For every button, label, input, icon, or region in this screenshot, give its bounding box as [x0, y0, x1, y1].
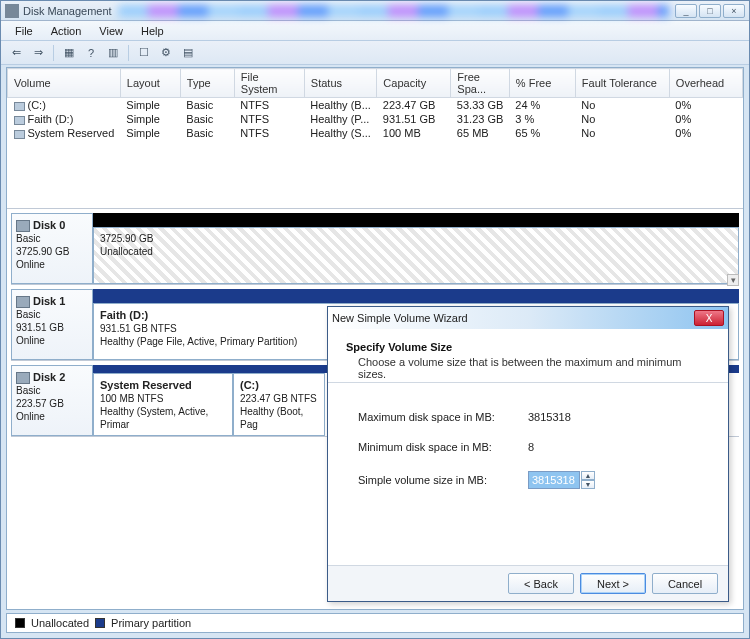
disk-size: 3725.90 GB: [16, 246, 69, 257]
cell: 65 %: [509, 126, 575, 140]
volume-size-spinner[interactable]: ▲ ▼: [528, 471, 595, 489]
col-free[interactable]: Free Spa...: [451, 69, 509, 98]
cell: 31.23 GB: [451, 112, 509, 126]
col-status[interactable]: Status: [304, 69, 377, 98]
spinner-down-icon[interactable]: ▼: [581, 480, 595, 489]
col-overhead[interactable]: Overhead: [669, 69, 742, 98]
wizard-sub: Choose a volume size that is between the…: [358, 356, 710, 380]
col-layout[interactable]: Layout: [120, 69, 180, 98]
part-name: System Reserved: [100, 379, 192, 391]
refresh-icon[interactable]: ▦: [60, 44, 78, 62]
partition-c[interactable]: (C:) 223.47 GB NTFS Healthy (Boot, Pag: [233, 373, 325, 436]
part-name: (C:): [240, 379, 259, 391]
titlebar: Disk Management _ □ ×: [1, 1, 749, 21]
wizard-header: Specify Volume Size Choose a volume size…: [328, 329, 728, 383]
cell: Healthy (P...: [304, 112, 377, 126]
stripe-unallocated: [93, 213, 739, 227]
cell: Simple: [120, 112, 180, 126]
action-icon[interactable]: ▤: [179, 44, 197, 62]
part-status: Healthy (System, Active, Primar: [100, 406, 208, 430]
close-button[interactable]: ×: [723, 4, 745, 18]
cell: 65 MB: [451, 126, 509, 140]
wizard-form: Maximum disk space in MB: 3815318 Minimu…: [328, 383, 728, 535]
cell: Simple: [120, 126, 180, 140]
col-fault[interactable]: Fault Tolerance: [575, 69, 669, 98]
menu-file[interactable]: File: [7, 23, 41, 39]
cell: Simple: [120, 98, 180, 113]
cell: System Reserved: [28, 127, 115, 139]
minimize-button[interactable]: _: [675, 4, 697, 18]
disk-icon: [16, 220, 30, 232]
wizard-footer: < Back Next > Cancel: [328, 565, 728, 601]
menu-help[interactable]: Help: [133, 23, 172, 39]
disk-header: Disk 1 Basic 931.51 GB Online: [11, 289, 93, 360]
maximize-button[interactable]: □: [699, 4, 721, 18]
partition-system-reserved[interactable]: System Reserved 100 MB NTFS Healthy (Sys…: [93, 373, 233, 436]
app-icon: [5, 4, 19, 18]
disk-state: Online: [16, 335, 45, 346]
col-fs[interactable]: File System: [234, 69, 304, 98]
volume-size-input[interactable]: [528, 471, 580, 489]
cell: No: [575, 112, 669, 126]
part-size: 931.51 GB NTFS: [100, 323, 177, 334]
cell: Faith (D:): [28, 113, 74, 125]
properties-icon[interactable]: ☐: [135, 44, 153, 62]
cell: 3 %: [509, 112, 575, 126]
aero-blur: [118, 5, 669, 17]
cell: NTFS: [234, 112, 304, 126]
disk-header: Disk 0 Basic 3725.90 GB Online: [11, 213, 93, 284]
table-row[interactable]: Faith (D:) Simple Basic NTFS Healthy (P.…: [8, 112, 743, 126]
volume-icon: [14, 102, 25, 111]
col-pctfree[interactable]: % Free: [509, 69, 575, 98]
spinner-up-icon[interactable]: ▲: [581, 471, 595, 480]
wizard-title: New Simple Volume Wizard: [332, 312, 694, 324]
part-status: Healthy (Page File, Active, Primary Part…: [100, 336, 297, 347]
cell: 53.33 GB: [451, 98, 509, 113]
wizard-heading: Specify Volume Size: [346, 341, 710, 353]
cell: No: [575, 98, 669, 113]
col-type[interactable]: Type: [180, 69, 234, 98]
cancel-button[interactable]: Cancel: [652, 573, 718, 594]
settings-icon[interactable]: ⚙: [157, 44, 175, 62]
window-title: Disk Management: [23, 5, 112, 17]
cell: NTFS: [234, 126, 304, 140]
wizard-close-button[interactable]: X: [694, 310, 724, 326]
list-icon[interactable]: ▥: [104, 44, 122, 62]
cell: 223.47 GB: [377, 98, 451, 113]
table-row[interactable]: (C:) Simple Basic NTFS Healthy (B... 223…: [8, 98, 743, 113]
wizard-titlebar[interactable]: New Simple Volume Wizard X: [328, 307, 728, 329]
disk-icon: [16, 296, 30, 308]
disk-row-0[interactable]: Disk 0 Basic 3725.90 GB Online 3725.90 G…: [11, 213, 739, 285]
cell: 0%: [669, 112, 742, 126]
legend-primary: Primary partition: [111, 617, 191, 629]
menu-action[interactable]: Action: [43, 23, 90, 39]
part-size: 223.47 GB NTFS: [240, 393, 317, 404]
separator: [53, 45, 54, 61]
next-button[interactable]: Next >: [580, 573, 646, 594]
table-row[interactable]: System Reserved Simple Basic NTFS Health…: [8, 126, 743, 140]
back-button[interactable]: < Back: [508, 573, 574, 594]
cell: Basic: [180, 112, 234, 126]
swatch-primary: [95, 618, 105, 628]
min-space-value: 8: [528, 441, 534, 453]
volume-icon: [14, 116, 25, 125]
cell: No: [575, 126, 669, 140]
volume-table[interactable]: Volume Layout Type File System Status Ca…: [7, 68, 743, 140]
cell: Healthy (B...: [304, 98, 377, 113]
cell: 100 MB: [377, 126, 451, 140]
col-capacity[interactable]: Capacity: [377, 69, 451, 98]
disk-size: 223.57 GB: [16, 398, 64, 409]
part-size: 100 MB NTFS: [100, 393, 163, 404]
col-volume[interactable]: Volume: [8, 69, 121, 98]
back-icon[interactable]: ⇐: [7, 44, 25, 62]
scroll-down-icon[interactable]: ▾: [727, 274, 739, 286]
partition-unallocated[interactable]: 3725.90 GB Unallocated: [93, 227, 739, 284]
menu-view[interactable]: View: [91, 23, 131, 39]
help-icon[interactable]: ?: [82, 44, 100, 62]
cell: 0%: [669, 126, 742, 140]
legend: Unallocated Primary partition: [6, 613, 744, 633]
forward-icon[interactable]: ⇒: [29, 44, 47, 62]
disk-state: Online: [16, 411, 45, 422]
disk-size: 931.51 GB: [16, 322, 64, 333]
cell: Basic: [180, 98, 234, 113]
